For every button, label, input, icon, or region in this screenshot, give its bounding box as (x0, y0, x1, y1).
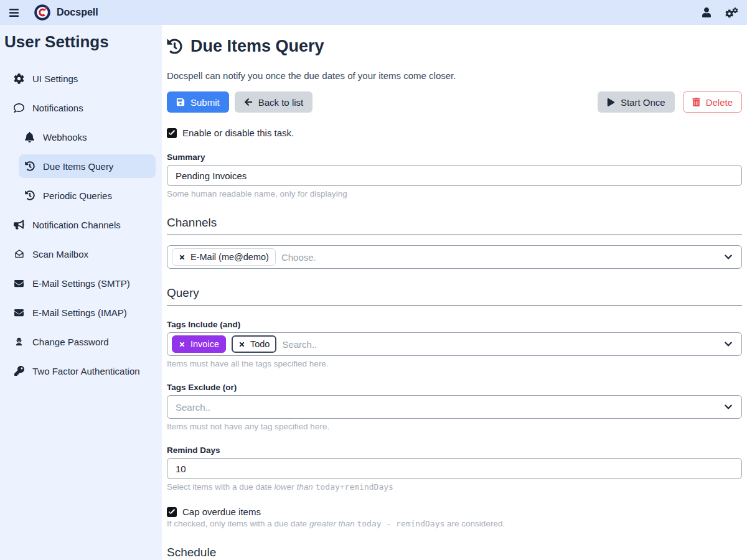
sidebar-title: User Settings (0, 31, 162, 52)
sidebar-item-scan-mailbox[interactable]: Scan Mailbox (8, 242, 156, 266)
tags-include-placeholder: Search.. (282, 339, 718, 350)
delete-button[interactable]: Delete (683, 91, 742, 113)
sidebar-item-label: Due Items Query (43, 161, 113, 172)
chevron-down-icon (724, 253, 733, 261)
arrow-left-icon (244, 98, 253, 106)
tags-include-label: Tags Include (and) (167, 320, 742, 329)
channels-select[interactable]: E-Mail (me@demo) Choose. (167, 245, 742, 269)
play-icon (607, 98, 615, 106)
sidebar-item-label: Change Password (32, 337, 109, 347)
query-heading: Query (167, 286, 742, 306)
page-title: Due Items Query (167, 37, 742, 56)
checkbox-checked-icon[interactable] (167, 507, 177, 517)
cap-overdue-help: If checked, only items with a due date g… (167, 519, 742, 528)
sidebar-item-email-smtp[interactable]: E-Mail Settings (SMTP) (8, 271, 156, 295)
envelope-icon (14, 278, 24, 289)
remind-days-help: Select items with a due date lower than … (167, 482, 742, 492)
checkbox-checked-icon[interactable] (167, 128, 177, 138)
history-icon (24, 161, 35, 172)
chevron-down-icon (724, 403, 733, 411)
tag-chip-invoice[interactable]: Invoice (172, 335, 226, 353)
tags-include-help: Items must have all the tags specified h… (167, 359, 742, 368)
main-content: Due Items Query Docspell can notify you … (162, 25, 747, 560)
intro-text: Docspell can notify you once the due dat… (167, 70, 742, 81)
sidebar-item-due-items-query[interactable]: Due Items Query (19, 154, 156, 178)
bell-icon (24, 132, 35, 142)
comment-icon (14, 103, 24, 113)
tags-exclude-select[interactable]: Search.. (167, 395, 742, 419)
sidebar-item-two-factor[interactable]: Two Factor Authentication (8, 359, 156, 383)
user-secret-icon (14, 337, 24, 347)
sidebar-item-ui-settings[interactable]: UI Settings (8, 67, 156, 90)
sidebar-item-label: Periodic Queries (43, 190, 112, 201)
sidebar-item-label: Notification Channels (32, 220, 121, 230)
sidebar-item-label: E-Mail Settings (SMTP) (32, 278, 130, 289)
tag-chip-todo[interactable]: Todo (232, 335, 276, 353)
hamburger-menu-icon[interactable] (9, 7, 19, 18)
sidebar-item-periodic-queries[interactable]: Periodic Queries (19, 184, 156, 207)
summary-label: Summary (167, 152, 742, 162)
sidebar-item-webhooks[interactable]: Webhooks (19, 125, 156, 149)
docspell-logo[interactable] (34, 4, 50, 21)
sidebar-item-label: Webhooks (43, 132, 87, 142)
sidebar-item-label: E-Mail Settings (IMAP) (32, 307, 127, 318)
tags-include-select[interactable]: Invoice Todo Search.. (167, 332, 742, 356)
sidebar-item-label: UI Settings (32, 73, 78, 84)
cap-overdue-checkbox-row[interactable]: Cap overdue items (167, 506, 742, 517)
remove-chip-icon (238, 341, 245, 348)
remove-chip-icon (179, 341, 186, 348)
submit-button[interactable]: Submit (167, 91, 229, 113)
remind-days-input[interactable] (167, 458, 742, 479)
sidebar: User Settings UI Settings Notifications … (0, 25, 162, 560)
top-bar: Docspell (0, 0, 747, 25)
brand-title[interactable]: Docspell (57, 7, 98, 18)
tags-exclude-help: Items must not have any tag specified he… (167, 422, 742, 431)
channels-heading: Channels (167, 216, 742, 235)
sidebar-item-notifications[interactable]: Notifications (8, 96, 156, 119)
bullhorn-icon (14, 220, 24, 230)
envelope-icon (14, 307, 24, 318)
sidebar-item-label: Scan Mailbox (32, 249, 88, 259)
action-row: Submit Back to list Start Once Delete (167, 91, 742, 113)
enable-task-checkbox-row[interactable]: Enable or disable this task. (167, 128, 742, 138)
trash-icon (692, 98, 700, 106)
gear-icon (14, 73, 24, 84)
summary-input[interactable] (167, 165, 742, 186)
sidebar-item-notification-channels[interactable]: Notification Channels (8, 213, 156, 236)
settings-gears-icon[interactable] (725, 7, 738, 18)
sidebar-item-email-imap[interactable]: E-Mail Settings (IMAP) (8, 301, 156, 324)
channels-placeholder: Choose. (281, 252, 718, 263)
user-menu-icon[interactable] (702, 7, 712, 17)
remind-days-label: Remind Days (167, 446, 742, 455)
history-icon (24, 190, 35, 201)
cap-overdue-label: Cap overdue items (182, 506, 261, 517)
save-icon (176, 98, 185, 106)
summary-help: Some human readable name, only for displ… (167, 189, 742, 198)
chevron-down-icon (724, 340, 733, 348)
tags-exclude-placeholder: Search.. (176, 402, 718, 413)
tags-exclude-label: Tags Exclude (or) (167, 383, 742, 392)
schedule-heading: Schedule (167, 546, 742, 560)
key-icon (14, 366, 24, 376)
sidebar-item-change-password[interactable]: Change Password (8, 330, 156, 353)
sidebar-item-label: Notifications (32, 103, 83, 113)
enable-task-label: Enable or disable this task. (182, 128, 294, 138)
history-icon (167, 39, 182, 54)
sidebar-menu: UI Settings Notifications Webhooks Due I… (0, 67, 162, 383)
envelope-open-icon (14, 249, 24, 259)
remove-chip-icon (179, 254, 186, 261)
back-to-list-button[interactable]: Back to list (235, 91, 313, 113)
start-once-button[interactable]: Start Once (598, 91, 675, 113)
sidebar-item-label: Two Factor Authentication (32, 366, 140, 376)
channel-chip-email[interactable]: E-Mail (me@demo) (172, 248, 276, 266)
